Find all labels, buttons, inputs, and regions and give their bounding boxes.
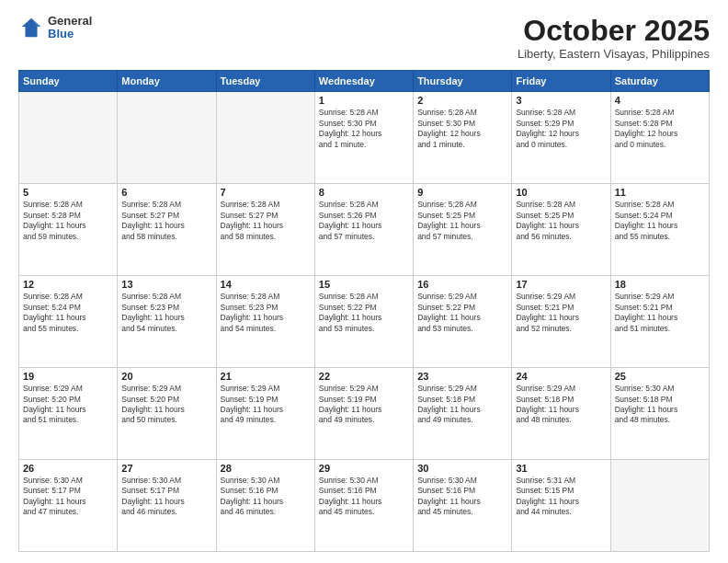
calendar-cell: 29Sunrise: 5:30 AMSunset: 5:16 PMDayligh… <box>314 460 413 552</box>
calendar-cell: 20Sunrise: 5:29 AMSunset: 5:20 PMDayligh… <box>118 368 216 460</box>
calendar-cell: 6Sunrise: 5:28 AMSunset: 5:27 PMDaylight… <box>118 184 216 276</box>
location-subtitle: Liberty, Eastern Visayas, Philippines <box>518 47 710 61</box>
calendar-table: SundayMondayTuesdayWednesdayThursdayFrid… <box>18 70 710 552</box>
calendar-cell: 2Sunrise: 5:28 AMSunset: 5:30 PMDaylight… <box>414 92 512 184</box>
header: General Blue October 2025 Liberty, Easte… <box>18 15 710 61</box>
day-info: Sunrise: 5:28 AMSunset: 5:30 PMDaylight:… <box>319 108 409 150</box>
logo-text: General Blue <box>48 15 92 41</box>
day-number: 28 <box>221 463 311 474</box>
day-info: Sunrise: 5:29 AMSunset: 5:21 PMDaylight:… <box>516 292 606 334</box>
calendar-cell <box>118 92 216 184</box>
calendar-cell: 4Sunrise: 5:28 AMSunset: 5:28 PMDaylight… <box>610 92 709 184</box>
day-number: 11 <box>615 187 705 198</box>
day-number: 30 <box>417 463 507 474</box>
day-info: Sunrise: 5:28 AMSunset: 5:28 PMDaylight:… <box>615 108 705 150</box>
day-number: 7 <box>221 187 311 198</box>
calendar-week-4: 19Sunrise: 5:29 AMSunset: 5:20 PMDayligh… <box>19 368 710 460</box>
calendar-cell: 11Sunrise: 5:28 AMSunset: 5:24 PMDayligh… <box>610 184 709 276</box>
day-number: 8 <box>319 187 409 198</box>
day-header-friday: Friday <box>512 71 610 92</box>
day-info: Sunrise: 5:29 AMSunset: 5:19 PMDaylight:… <box>319 384 409 426</box>
calendar-cell: 13Sunrise: 5:28 AMSunset: 5:23 PMDayligh… <box>118 276 216 368</box>
calendar-cell: 14Sunrise: 5:28 AMSunset: 5:23 PMDayligh… <box>216 276 314 368</box>
day-info: Sunrise: 5:29 AMSunset: 5:19 PMDaylight:… <box>221 384 311 426</box>
day-number: 29 <box>319 463 409 474</box>
day-number: 5 <box>23 187 113 198</box>
calendar-cell: 19Sunrise: 5:29 AMSunset: 5:20 PMDayligh… <box>19 368 118 460</box>
day-number: 13 <box>121 279 211 290</box>
calendar-cell: 8Sunrise: 5:28 AMSunset: 5:26 PMDaylight… <box>314 184 413 276</box>
calendar-cell: 12Sunrise: 5:28 AMSunset: 5:24 PMDayligh… <box>19 276 118 368</box>
calendar-week-1: 1Sunrise: 5:28 AMSunset: 5:30 PMDaylight… <box>19 92 710 184</box>
day-info: Sunrise: 5:30 AMSunset: 5:17 PMDaylight:… <box>121 476 211 518</box>
calendar-cell: 23Sunrise: 5:29 AMSunset: 5:18 PMDayligh… <box>414 368 512 460</box>
calendar-cell: 22Sunrise: 5:29 AMSunset: 5:19 PMDayligh… <box>314 368 413 460</box>
day-number: 2 <box>417 95 507 106</box>
page: General Blue October 2025 Liberty, Easte… <box>0 0 728 563</box>
calendar-header-row: SundayMondayTuesdayWednesdayThursdayFrid… <box>19 71 710 92</box>
calendar-week-2: 5Sunrise: 5:28 AMSunset: 5:28 PMDaylight… <box>19 184 710 276</box>
calendar-week-3: 12Sunrise: 5:28 AMSunset: 5:24 PMDayligh… <box>19 276 710 368</box>
calendar-cell: 9Sunrise: 5:28 AMSunset: 5:25 PMDaylight… <box>414 184 512 276</box>
day-number: 9 <box>417 187 507 198</box>
day-header-thursday: Thursday <box>414 71 512 92</box>
day-info: Sunrise: 5:28 AMSunset: 5:24 PMDaylight:… <box>615 200 705 242</box>
day-number: 4 <box>615 95 705 106</box>
day-info: Sunrise: 5:28 AMSunset: 5:22 PMDaylight:… <box>319 292 409 334</box>
day-number: 22 <box>319 371 409 382</box>
calendar-cell: 21Sunrise: 5:29 AMSunset: 5:19 PMDayligh… <box>216 368 314 460</box>
day-info: Sunrise: 5:28 AMSunset: 5:25 PMDaylight:… <box>516 200 606 242</box>
calendar-cell <box>610 460 709 552</box>
calendar-week-5: 26Sunrise: 5:30 AMSunset: 5:17 PMDayligh… <box>19 460 710 552</box>
day-info: Sunrise: 5:29 AMSunset: 5:20 PMDaylight:… <box>23 384 113 426</box>
day-info: Sunrise: 5:28 AMSunset: 5:23 PMDaylight:… <box>221 292 311 334</box>
day-info: Sunrise: 5:28 AMSunset: 5:25 PMDaylight:… <box>417 200 507 242</box>
day-info: Sunrise: 5:30 AMSunset: 5:17 PMDaylight:… <box>23 476 113 518</box>
day-number: 10 <box>516 187 606 198</box>
svg-marker-0 <box>22 18 41 38</box>
day-header-sunday: Sunday <box>19 71 118 92</box>
day-number: 16 <box>417 279 507 290</box>
calendar-cell: 28Sunrise: 5:30 AMSunset: 5:16 PMDayligh… <box>216 460 314 552</box>
day-info: Sunrise: 5:30 AMSunset: 5:16 PMDaylight:… <box>221 476 311 518</box>
day-number: 17 <box>516 279 606 290</box>
calendar-cell: 30Sunrise: 5:30 AMSunset: 5:16 PMDayligh… <box>414 460 512 552</box>
day-header-tuesday: Tuesday <box>216 71 314 92</box>
title-block: October 2025 Liberty, Eastern Visayas, P… <box>518 15 710 61</box>
day-number: 15 <box>319 279 409 290</box>
logo: General Blue <box>18 15 92 41</box>
day-number: 25 <box>615 371 705 382</box>
day-header-saturday: Saturday <box>610 71 709 92</box>
day-number: 26 <box>23 463 113 474</box>
day-number: 21 <box>221 371 311 382</box>
day-number: 6 <box>121 187 211 198</box>
calendar-cell: 26Sunrise: 5:30 AMSunset: 5:17 PMDayligh… <box>19 460 118 552</box>
calendar-cell <box>216 92 314 184</box>
calendar-cell: 16Sunrise: 5:29 AMSunset: 5:22 PMDayligh… <box>414 276 512 368</box>
day-info: Sunrise: 5:28 AMSunset: 5:24 PMDaylight:… <box>23 292 113 334</box>
day-info: Sunrise: 5:29 AMSunset: 5:18 PMDaylight:… <box>516 384 606 426</box>
day-info: Sunrise: 5:30 AMSunset: 5:16 PMDaylight:… <box>319 476 409 518</box>
day-header-wednesday: Wednesday <box>314 71 413 92</box>
day-info: Sunrise: 5:31 AMSunset: 5:15 PMDaylight:… <box>516 476 606 518</box>
calendar-cell: 1Sunrise: 5:28 AMSunset: 5:30 PMDaylight… <box>314 92 413 184</box>
day-info: Sunrise: 5:28 AMSunset: 5:27 PMDaylight:… <box>121 200 211 242</box>
day-info: Sunrise: 5:30 AMSunset: 5:18 PMDaylight:… <box>615 384 705 426</box>
day-number: 18 <box>615 279 705 290</box>
calendar-cell: 25Sunrise: 5:30 AMSunset: 5:18 PMDayligh… <box>610 368 709 460</box>
day-number: 27 <box>121 463 211 474</box>
day-number: 24 <box>516 371 606 382</box>
day-number: 12 <box>23 279 113 290</box>
logo-icon <box>18 15 44 40</box>
day-info: Sunrise: 5:28 AMSunset: 5:30 PMDaylight:… <box>417 108 507 150</box>
calendar-cell: 27Sunrise: 5:30 AMSunset: 5:17 PMDayligh… <box>118 460 216 552</box>
day-info: Sunrise: 5:28 AMSunset: 5:28 PMDaylight:… <box>23 200 113 242</box>
calendar-cell: 24Sunrise: 5:29 AMSunset: 5:18 PMDayligh… <box>512 368 610 460</box>
day-number: 23 <box>417 371 507 382</box>
calendar-cell: 31Sunrise: 5:31 AMSunset: 5:15 PMDayligh… <box>512 460 610 552</box>
day-number: 20 <box>121 371 211 382</box>
day-info: Sunrise: 5:28 AMSunset: 5:23 PMDaylight:… <box>121 292 211 334</box>
calendar-cell <box>19 92 118 184</box>
logo-blue-text: Blue <box>48 28 92 40</box>
calendar-cell: 18Sunrise: 5:29 AMSunset: 5:21 PMDayligh… <box>610 276 709 368</box>
